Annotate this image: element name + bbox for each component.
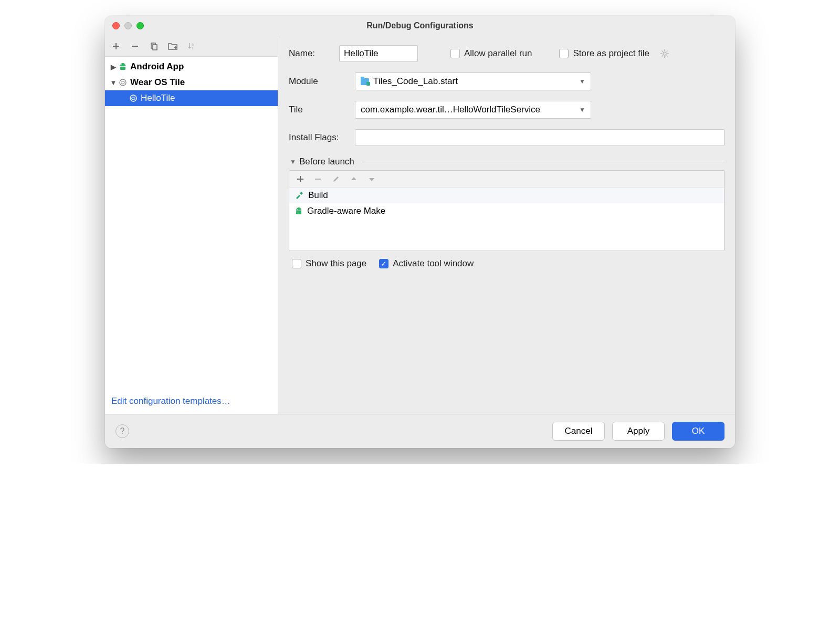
install-flags-input[interactable] <box>355 129 724 146</box>
folder-config-button[interactable] <box>167 40 178 52</box>
before-launch-toolbar <box>289 171 724 188</box>
svg-rect-1 <box>153 45 157 50</box>
zoom-window-icon[interactable] <box>136 22 144 29</box>
edit-templates-link[interactable]: Edit configuration templates… <box>105 389 278 414</box>
section-title-text: Before launch <box>299 157 354 167</box>
checkbox-label: Show this page <box>306 258 366 269</box>
install-flags-label: Install Flags: <box>289 132 346 143</box>
before-launch-list: Build Gradle-aware Make <box>289 188 724 251</box>
dialog-footer: ? Cancel Apply OK <box>105 414 735 448</box>
activate-tool-window-checkbox[interactable]: ✓ Activate tool window <box>379 258 474 269</box>
checkbox-label: Store as project file <box>573 48 649 59</box>
module-select[interactable]: Tiles_Code_Lab.start ▼ <box>355 72 591 90</box>
remove-task-button[interactable] <box>313 175 323 183</box>
chevron-down-icon: ▼ <box>109 79 118 87</box>
tree-label: Android App <box>130 61 184 72</box>
config-tree: ▶ Android App ▼ Wear OS Tile <box>105 57 278 389</box>
sidebar: az ▶ Android App ▼ Wear OS Tile <box>105 36 278 414</box>
tile-select[interactable]: com.example.wear.til…HelloWorldTileServi… <box>355 101 591 119</box>
window-controls <box>112 22 144 29</box>
run-debug-dialog: Run/Debug Configurations az <box>105 16 735 448</box>
add-config-button[interactable] <box>110 40 122 52</box>
checkbox-icon <box>292 259 301 268</box>
svg-point-7 <box>120 79 126 86</box>
svg-point-4 <box>121 65 122 66</box>
move-up-button[interactable] <box>349 175 359 183</box>
tree-label: HelloTile <box>141 93 175 103</box>
chevron-down-icon: ▼ <box>290 158 296 165</box>
svg-text:a: a <box>192 43 194 46</box>
wear-icon <box>128 94 139 102</box>
edit-task-button[interactable] <box>331 175 341 183</box>
minimize-window-icon <box>124 22 132 29</box>
add-task-button[interactable] <box>296 175 305 183</box>
svg-point-5 <box>124 65 125 66</box>
ok-button[interactable]: OK <box>672 422 724 441</box>
gear-icon[interactable] <box>660 49 669 58</box>
name-input[interactable] <box>339 45 418 62</box>
help-button[interactable]: ? <box>116 424 129 438</box>
copy-config-button[interactable] <box>148 40 160 52</box>
chevron-down-icon: ▼ <box>579 106 585 113</box>
divider <box>362 162 724 162</box>
store-project-checkbox[interactable]: Store as project file <box>559 48 649 59</box>
svg-point-8 <box>130 95 136 101</box>
module-label: Module <box>289 76 346 87</box>
hammer-icon <box>295 191 304 200</box>
list-item[interactable]: Build <box>289 188 724 203</box>
chevron-right-icon: ▶ <box>109 63 118 71</box>
checkbox-checked-icon: ✓ <box>379 259 388 268</box>
svg-point-10 <box>297 209 298 210</box>
list-item[interactable]: Gradle-aware Make <box>289 203 724 219</box>
move-down-button[interactable] <box>367 175 376 183</box>
tree-node-android-app[interactable]: ▶ Android App <box>105 59 278 75</box>
tile-label: Tile <box>289 105 346 115</box>
wear-icon <box>118 78 128 87</box>
close-window-icon[interactable] <box>112 22 120 29</box>
chevron-down-icon: ▼ <box>579 78 585 85</box>
task-label: Gradle-aware Make <box>307 206 385 216</box>
before-launch-header[interactable]: ▼ Before launch <box>290 157 724 167</box>
window-title: Run/Debug Configurations <box>112 21 728 30</box>
android-icon <box>118 63 128 71</box>
sidebar-toolbar: az <box>105 36 278 57</box>
main-panel: Name: Allow parallel run Store as projec… <box>278 36 735 414</box>
module-value: Tiles_Code_Lab.start <box>373 76 458 87</box>
svg-text:z: z <box>192 46 194 50</box>
tree-node-hellotile[interactable]: HelloTile <box>105 90 278 106</box>
cancel-button[interactable]: Cancel <box>552 422 605 441</box>
name-label: Name: <box>289 48 331 59</box>
tree-label: Wear OS Tile <box>130 77 185 88</box>
checkbox-label: Activate tool window <box>393 258 474 269</box>
show-this-page-checkbox[interactable]: Show this page <box>292 258 366 269</box>
before-launch-box: Build Gradle-aware Make <box>289 170 724 251</box>
svg-rect-12 <box>296 211 301 214</box>
checkbox-label: Allow parallel run <box>464 48 532 59</box>
svg-point-9 <box>663 52 666 55</box>
remove-config-button[interactable] <box>129 40 141 52</box>
apply-button[interactable]: Apply <box>612 422 665 441</box>
sort-config-button[interactable]: az <box>186 40 197 52</box>
titlebar: Run/Debug Configurations <box>105 16 735 36</box>
allow-parallel-checkbox[interactable]: Allow parallel run <box>450 48 532 59</box>
checkbox-icon <box>450 49 460 58</box>
module-icon <box>361 78 369 85</box>
svg-point-11 <box>300 209 301 210</box>
checkbox-icon <box>559 49 569 58</box>
tile-value: com.example.wear.til…HelloWorldTileServi… <box>361 105 540 115</box>
android-icon <box>295 207 303 215</box>
tree-node-wear-os-tile[interactable]: ▼ Wear OS Tile <box>105 75 278 90</box>
task-label: Build <box>308 190 328 201</box>
svg-rect-6 <box>120 67 125 70</box>
